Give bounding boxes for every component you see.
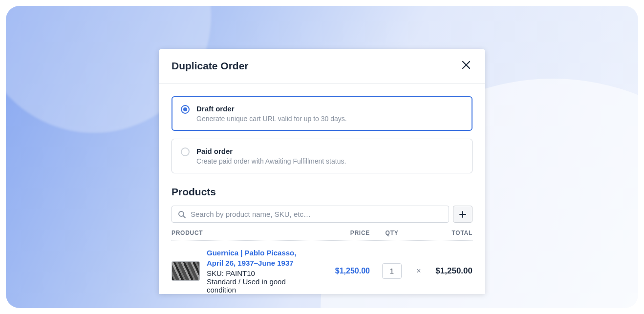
column-product: PRODUCT: [172, 230, 316, 236]
modal-header: Duplicate Order: [159, 49, 485, 84]
option-paid-order[interactable]: Paid order Create paid order with Awaiti…: [172, 139, 472, 173]
column-total: TOTAL: [414, 230, 472, 236]
modal-title: Duplicate Order: [172, 60, 249, 72]
product-name-link[interactable]: Guernica | Pablo Picasso, April 26, 1937…: [207, 248, 311, 268]
svg-line-3: [183, 216, 185, 218]
product-price: $1,250.00: [316, 267, 370, 275]
option-description: Create paid order with Awaiting Fulfillm…: [196, 157, 346, 165]
products-table-header: PRODUCT PRICE QTY TOTAL: [172, 230, 472, 241]
column-price: PRICE: [316, 230, 370, 236]
duplicate-order-modal: Duplicate Order Draft order Generate uni…: [159, 49, 485, 294]
modal-body: Draft order Generate unique cart URL val…: [159, 84, 485, 294]
quantity-input[interactable]: [382, 263, 402, 279]
close-icon[interactable]: [460, 59, 472, 73]
option-title: Paid order: [196, 147, 346, 155]
option-description: Generate unique cart URL valid for up to…: [196, 115, 347, 123]
option-draft-order[interactable]: Draft order Generate unique cart URL val…: [172, 96, 472, 131]
products-heading: Products: [172, 186, 472, 198]
radio-icon: [181, 147, 190, 156]
add-product-button[interactable]: [453, 206, 472, 223]
search-icon: [178, 210, 186, 218]
column-qty: QTY: [370, 230, 414, 236]
product-row: Guernica | Pablo Picasso, April 26, 1937…: [172, 241, 472, 294]
plus-icon: [459, 211, 466, 218]
product-sku: SKU: PAINT10: [207, 269, 311, 277]
product-search-input[interactable]: [191, 210, 443, 218]
multiply-icon: ×: [414, 267, 424, 275]
product-search-box[interactable]: [172, 206, 449, 223]
option-title: Draft order: [196, 105, 347, 113]
product-total: $1,250.00: [424, 266, 472, 276]
product-condition: Standard / Used in good condition: [207, 277, 311, 294]
product-thumbnail: [172, 261, 200, 281]
background-stage: Duplicate Order Draft order Generate uni…: [6, 6, 638, 308]
radio-icon: [181, 105, 190, 114]
